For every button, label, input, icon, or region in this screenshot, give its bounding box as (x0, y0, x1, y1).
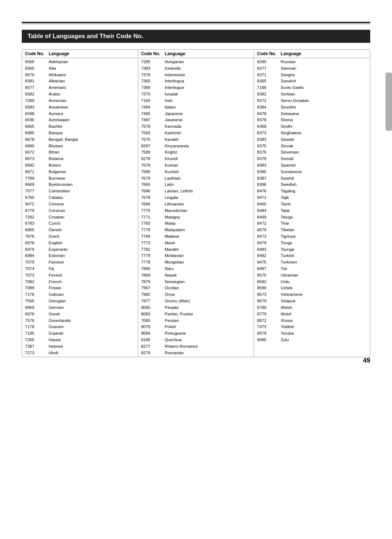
col1-header: Code No. Language (22, 50, 138, 58)
language-name: Kinyarwanda (165, 143, 251, 150)
table-row: 7778Mongolian (141, 259, 251, 266)
table-row: 7678Lingala (141, 195, 251, 201)
table-row: 6570Afrikaans (25, 72, 135, 78)
table-row: 6678Bengali; Bangla (25, 136, 135, 143)
page-container: Table of Languages and Their Code No. Co… (0, 0, 392, 379)
language-name: Kazakh (165, 136, 251, 143)
language-name: Oromo (Afan) (165, 298, 251, 305)
language-name: Norwegian (165, 279, 251, 285)
language-code: 8385 (257, 169, 281, 175)
table-row: 8478Setswana (257, 111, 367, 117)
language-code: 7684 (141, 201, 165, 208)
language-code: 8465 (257, 201, 281, 208)
table-row: 7089Frisian (25, 285, 135, 291)
col1-header-code: Code No. (25, 51, 49, 56)
language-code: 6765 (25, 195, 49, 201)
language-name: Hindi (49, 350, 135, 356)
language-code: 6789 (257, 305, 281, 311)
language-code: 7585 (141, 169, 165, 175)
table-row: 7378Indonesian (141, 72, 251, 78)
language-name: Irish (165, 98, 251, 104)
language-name: Arabic (49, 91, 135, 98)
language-code: 7384 (141, 104, 165, 111)
page-number: 49 (363, 357, 370, 364)
language-name: Polish (165, 324, 251, 330)
table-row: 6976Greek (25, 311, 135, 318)
language-name: Basque (49, 130, 135, 136)
language-name: Kurdish (165, 169, 251, 175)
language-name: Scots Gaelic (281, 85, 367, 91)
page-title: Table of Languages and Their Code No. (22, 30, 370, 43)
table-row: 7967Occitan (141, 285, 251, 291)
table-row: 7185Gujarati (25, 330, 135, 337)
language-name: Aymara (49, 111, 135, 117)
language-code: 7465 (141, 111, 165, 117)
table-row: 7473Yiddish (257, 324, 367, 330)
language-code: 7982 (141, 291, 165, 298)
table-row: 8471Tajik (257, 195, 367, 201)
language-code: 8673 (257, 291, 281, 298)
table-row: 7775Macedonian (141, 208, 251, 214)
language-code: 7375 (141, 91, 165, 98)
language-name: Xhosa (281, 318, 367, 324)
table-row: 8287Kinyarwanda (141, 143, 251, 150)
table-row: 8475Turkmen (257, 259, 367, 266)
language-name: Macedonian (165, 208, 251, 214)
language-name: Yoruba (281, 330, 367, 337)
table-row: 8277Rhaero-Romance (141, 343, 251, 350)
table-row: 8381Albanian (25, 78, 135, 85)
language-code: 7565 (25, 298, 49, 305)
language-name: Mongolian (165, 259, 251, 266)
language-name: Latvian, Lettish (165, 188, 251, 195)
table-row: 6665Bashkir (25, 123, 135, 130)
language-name: Maltese (165, 233, 251, 240)
language-code: 6678 (25, 136, 49, 143)
table-row: 6978English (25, 240, 135, 246)
language-code: 7771 (141, 214, 165, 221)
language-code: 7775 (141, 208, 165, 214)
table-row: 6779Corsican (25, 208, 135, 214)
scrollbar[interactable] (385, 73, 392, 131)
language-name: Sindhi (281, 123, 367, 130)
language-name: Sesotho (281, 104, 367, 111)
language-code: 8679 (257, 298, 281, 305)
table-row: 8279Romanian (141, 350, 251, 356)
language-name: Bihari (49, 149, 135, 156)
language-name: Turkmen (281, 259, 367, 266)
table-row: 8378Shona (257, 117, 367, 123)
language-code: 8483 (257, 246, 281, 253)
table-row: 8469Telugu (257, 214, 367, 221)
language-name: Georgian (49, 298, 135, 305)
table-row: 6669Byelorussian (25, 181, 135, 188)
top-border (22, 22, 370, 23)
table-row: 7082French (25, 279, 135, 285)
language-name: Romanian (165, 350, 251, 356)
language-name: Tigrinya (281, 233, 367, 240)
language-name: English (49, 240, 135, 246)
language-name: Armenian (49, 98, 135, 104)
language-code: 6577 (25, 85, 49, 91)
language-name: Serbian (281, 91, 367, 98)
language-code: 6590 (25, 117, 49, 123)
table-row: 7365Interlingua (141, 78, 251, 85)
language-code: 7579 (141, 162, 165, 169)
language-name: Bengali; Bangla (49, 136, 135, 143)
language-name: Hebrew (49, 343, 135, 350)
table-row: 7879Norwegian (141, 279, 251, 285)
table-row: 8673Vietnamese (257, 291, 367, 298)
table-row: 7079Faroese (25, 259, 135, 266)
language-code: 6979 (25, 246, 49, 253)
table-row: 7487Javanese (141, 117, 251, 123)
language-code: 7686 (141, 188, 165, 195)
language-name: Rhaero-Romance (165, 343, 251, 350)
language-name: Hungarian (165, 59, 251, 65)
language-code: 7185 (25, 330, 49, 337)
table-row: 7369Interlingue (141, 85, 251, 91)
table-row: 8065Panjabi (141, 305, 251, 311)
table-row: 7789Burmese (25, 175, 135, 182)
language-name: Naru (165, 266, 251, 272)
language-name: Burmese (49, 175, 135, 182)
language-name: Ameharic (49, 85, 135, 91)
language-code: 8279 (141, 350, 165, 356)
table-row: 8590Uzbek (257, 285, 367, 291)
